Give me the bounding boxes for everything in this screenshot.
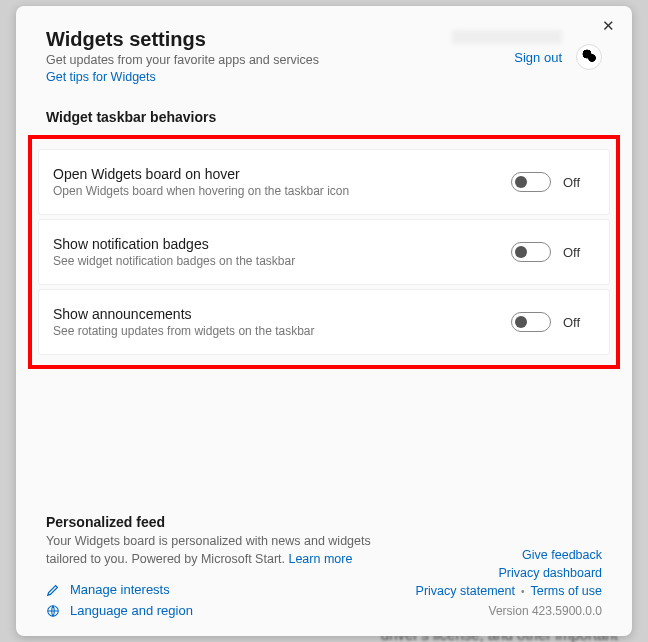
language-region-link[interactable]: Language and region bbox=[46, 603, 406, 618]
toggle-notification-badges[interactable] bbox=[511, 242, 551, 262]
pencil-icon bbox=[46, 583, 60, 597]
version-label: Version 423.5900.0.0 bbox=[489, 604, 602, 618]
toggle-state-label: Off bbox=[563, 315, 587, 330]
personalized-feed-title: Personalized feed bbox=[46, 514, 406, 530]
setting-row-open-on-hover: Open Widgets board on hover Open Widgets… bbox=[38, 149, 610, 215]
setting-row-announcements: Show announcements See rotating updates … bbox=[38, 289, 610, 355]
avatar[interactable] bbox=[576, 44, 602, 70]
setting-desc: See widget notification badges on the ta… bbox=[53, 254, 511, 268]
widgets-settings-panel: ✕ Widgets settings Get updates from your… bbox=[16, 6, 632, 636]
setting-label: Open Widgets board on hover bbox=[53, 166, 511, 182]
privacy-statement-link[interactable]: Privacy statement bbox=[416, 584, 515, 598]
globe-icon bbox=[46, 604, 60, 618]
section-title-behaviors: Widget taskbar behaviors bbox=[16, 85, 632, 133]
close-button[interactable]: ✕ bbox=[598, 16, 618, 36]
footer: Personalized feed Your Widgets board is … bbox=[16, 514, 632, 618]
separator-dot: • bbox=[521, 586, 525, 597]
setting-desc: Open Widgets board when hovering on the … bbox=[53, 184, 511, 198]
toggle-state-label: Off bbox=[563, 175, 587, 190]
close-icon: ✕ bbox=[602, 17, 615, 34]
toggle-announcements[interactable] bbox=[511, 312, 551, 332]
page-subtitle: Get updates from your favorite apps and … bbox=[46, 53, 514, 67]
setting-label: Show announcements bbox=[53, 306, 511, 322]
toggle-open-on-hover[interactable] bbox=[511, 172, 551, 192]
setting-row-notification-badges: Show notification badges See widget noti… bbox=[38, 219, 610, 285]
sign-out-link[interactable]: Sign out bbox=[514, 50, 562, 65]
privacy-dashboard-link[interactable]: Privacy dashboard bbox=[498, 566, 602, 580]
toggle-state-label: Off bbox=[563, 245, 587, 260]
account-name-blurred bbox=[452, 30, 562, 44]
manage-interests-link[interactable]: Manage interests bbox=[46, 582, 406, 597]
language-region-label: Language and region bbox=[70, 603, 193, 618]
setting-label: Show notification badges bbox=[53, 236, 511, 252]
highlighted-region: Open Widgets board on hover Open Widgets… bbox=[28, 135, 620, 369]
setting-desc: See rotating updates from widgets on the… bbox=[53, 324, 511, 338]
personalized-feed-desc: Your Widgets board is personalized with … bbox=[46, 532, 406, 568]
manage-interests-label: Manage interests bbox=[70, 582, 170, 597]
terms-of-use-link[interactable]: Terms of use bbox=[530, 584, 602, 598]
page-title: Widgets settings bbox=[46, 28, 514, 51]
get-tips-link[interactable]: Get tips for Widgets bbox=[46, 70, 156, 84]
give-feedback-link[interactable]: Give feedback bbox=[522, 548, 602, 562]
learn-more-link[interactable]: Learn more bbox=[288, 552, 352, 566]
